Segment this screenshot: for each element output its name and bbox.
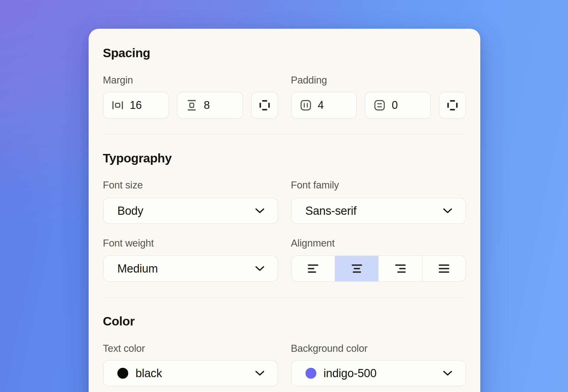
font-weight-label: Font weight: [103, 238, 278, 248]
border-sides-icon: [259, 99, 271, 111]
padding-vertical-input[interactable]: [392, 99, 416, 112]
margin-horizontal-field[interactable]: [103, 92, 169, 119]
font-row-2: Font weight Medium Alignment: [103, 238, 466, 282]
chevron-down-icon: [443, 371, 452, 376]
font-size-select[interactable]: Body: [103, 198, 278, 224]
font-size-field-group: Font size Body: [103, 180, 278, 224]
margin-horizontal-input[interactable]: [130, 99, 154, 112]
padding-label: Padding: [291, 75, 466, 85]
desktop-background: Spacing Margin: [0, 0, 568, 392]
align-center-icon: [351, 264, 363, 273]
font-family-field-group: Font family Sans-serif: [291, 180, 466, 224]
padding-horizontal-icon: [300, 99, 312, 111]
align-right-icon: [395, 264, 406, 273]
style-inspector-panel: Spacing Margin: [89, 29, 480, 392]
chevron-down-icon: [443, 208, 452, 214]
align-left-button[interactable]: [292, 256, 335, 281]
section-divider: [103, 297, 466, 298]
align-justify-icon: [438, 264, 450, 273]
margin-horizontal-icon: [112, 99, 124, 111]
chevron-down-icon: [255, 266, 264, 271]
margin-field-group: Margin: [103, 75, 278, 119]
border-sides-icon: [446, 99, 459, 111]
typography-section-title: Typography: [103, 152, 466, 164]
font-family-label: Font family: [291, 180, 466, 190]
align-right-button[interactable]: [378, 256, 422, 281]
font-size-label: Font size: [103, 180, 278, 190]
alignment-label: Alignment: [291, 238, 466, 248]
font-weight-value: Medium: [117, 262, 158, 275]
padding-vertical-field[interactable]: [365, 92, 431, 119]
margin-vertical-input[interactable]: [204, 99, 228, 112]
padding-field-group: Padding: [291, 75, 466, 119]
align-center-button[interactable]: [335, 256, 378, 281]
font-family-select[interactable]: Sans-serif: [291, 198, 466, 224]
spacing-row: Margin: [103, 75, 466, 119]
margin-label: Margin: [103, 75, 278, 85]
alignment-field-group: Alignment: [291, 238, 466, 282]
color-row: Text color black Background color: [103, 343, 466, 387]
text-color-select[interactable]: black: [103, 360, 278, 387]
background-color-label: Background color: [291, 343, 466, 353]
padding-horizontal-input[interactable]: [318, 99, 342, 112]
padding-vertical-icon: [374, 99, 386, 111]
text-color-field-group: Text color black: [103, 343, 278, 387]
background-color-value: indigo-500: [324, 367, 377, 380]
font-size-value: Body: [117, 204, 143, 217]
color-section-title: Color: [103, 315, 466, 327]
margin-vertical-field[interactable]: [177, 92, 243, 119]
chevron-down-icon: [255, 371, 264, 376]
margin-vertical-icon: [186, 99, 198, 111]
color-swatch-indigo: [305, 368, 316, 379]
text-color-label: Text color: [103, 343, 278, 353]
background-color-select[interactable]: indigo-500: [291, 360, 466, 387]
padding-horizontal-field[interactable]: [291, 92, 357, 119]
align-left-icon: [307, 264, 319, 273]
font-row-1: Font size Body Font family Sans-serif: [103, 180, 466, 224]
alignment-button-group: [291, 255, 466, 282]
font-weight-field-group: Font weight Medium: [103, 238, 278, 282]
font-weight-select[interactable]: Medium: [103, 255, 278, 282]
chevron-down-icon: [255, 208, 264, 214]
margin-individual-sides-button[interactable]: [251, 92, 278, 119]
padding-individual-sides-button[interactable]: [439, 92, 466, 119]
background-color-field-group: Background color indigo-500: [291, 343, 466, 387]
text-color-value: black: [135, 367, 162, 380]
align-justify-button[interactable]: [422, 256, 465, 281]
section-divider: [103, 134, 466, 135]
color-swatch-black: [117, 368, 128, 379]
font-family-value: Sans-serif: [305, 204, 357, 217]
spacing-section-title: Spacing: [103, 47, 466, 59]
